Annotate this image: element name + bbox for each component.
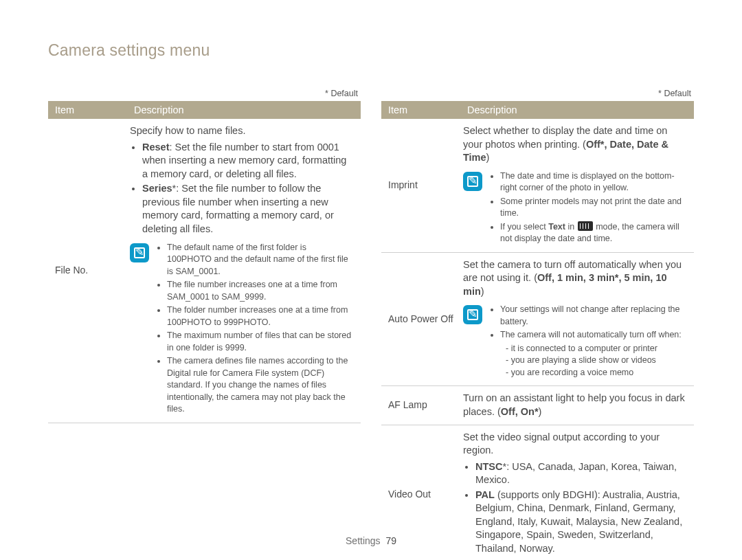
- page: Camera settings menu * Default Item Desc…: [0, 0, 742, 560]
- page-title: Camera settings menu: [48, 41, 694, 60]
- bullet-list: Reset: Set the file number to start from…: [130, 141, 352, 236]
- note-item: Your settings will not change after repl…: [500, 304, 686, 328]
- sub-list: it is connected to a computer or printer…: [500, 343, 686, 379]
- note-icon: [130, 243, 149, 262]
- note-list: Your settings will not change after repl…: [489, 304, 686, 380]
- mode-icon: [578, 221, 593, 231]
- intro-text: Specify how to name files.: [130, 124, 352, 138]
- row-af-lamp: AF Lamp Turn on an assistant light to he…: [381, 386, 694, 425]
- intro-text: ): [486, 152, 490, 163]
- left-column: * Default Item Description File No. Spec…: [48, 89, 361, 560]
- intro-text: ): [481, 286, 484, 297]
- desc-file-no: Specify how to name files. Reset: Set th…: [127, 119, 361, 423]
- desc-af-lamp: Turn on an assistant light to help you f…: [460, 386, 694, 425]
- right-column: * Default Item Description Imprint Selec…: [381, 89, 694, 560]
- item-label-auto-power-off: Auto Power Off: [381, 252, 460, 386]
- intro-text: Turn on an assistant light to help you f…: [463, 392, 685, 417]
- note-item: Some printer models may not print the da…: [500, 196, 686, 220]
- col-header-item: Item: [381, 101, 460, 119]
- default-note-right: * Default: [381, 89, 694, 98]
- footer: Settings 79: [0, 535, 742, 546]
- col-header-description: Description: [127, 101, 361, 119]
- sub-item: you are recording a voice memo: [506, 367, 686, 379]
- note-icon: [463, 172, 482, 191]
- row-file-no: File No. Specify how to name files. Rese…: [48, 119, 361, 423]
- columns: * Default Item Description File No. Spec…: [48, 89, 694, 560]
- note-box: The default name of the first folder is …: [130, 242, 352, 417]
- note-item: The maximum number of files that can be …: [167, 330, 352, 354]
- item-label-imprint: Imprint: [381, 119, 460, 252]
- col-header-item: Item: [48, 101, 127, 119]
- note-item: The file number increases one at a time …: [167, 279, 352, 303]
- note-item: The camera will not automatically turn o…: [500, 329, 686, 379]
- bullet-reset: Reset: Set the file number to start from…: [142, 141, 352, 181]
- footer-section: Settings: [346, 535, 381, 546]
- note-item: The default name of the first folder is …: [167, 242, 352, 278]
- note-item: If you select Text in mode, the camera w…: [500, 221, 686, 245]
- sub-item: it is connected to a computer or printer: [506, 343, 686, 355]
- item-label-af-lamp: AF Lamp: [381, 386, 460, 425]
- default-note-left: * Default: [48, 89, 361, 98]
- desc-imprint: Select whether to display the date and t…: [460, 119, 694, 252]
- note-item: The camera defines file names according …: [167, 355, 352, 416]
- left-table: Item Description File No. Specify how to…: [48, 101, 361, 423]
- footer-page: 79: [385, 535, 396, 546]
- right-table: Item Description Imprint Select whether …: [381, 101, 694, 560]
- bullet-ntsc: NTSC*: USA, Canada, Japan, Korea, Taiwan…: [475, 460, 686, 487]
- note-item: The date and time is displayed on the bo…: [500, 170, 686, 194]
- note-list: The date and time is displayed on the bo…: [489, 170, 686, 247]
- options-text: Off, On*: [501, 406, 539, 417]
- row-auto-power-off: Auto Power Off Set the camera to turn of…: [381, 252, 694, 386]
- note-item: The folder number increases one at a tim…: [167, 304, 352, 328]
- note-box: The date and time is displayed on the bo…: [463, 170, 686, 247]
- note-list: The default name of the first folder is …: [156, 242, 352, 417]
- item-label-file-no: File No.: [48, 119, 127, 423]
- note-icon: [463, 305, 482, 324]
- bullet-series: Series*: Set the file number to follow t…: [142, 182, 352, 236]
- row-imprint: Imprint Select whether to display the da…: [381, 119, 694, 252]
- intro-text: Set the video signal output according to…: [463, 431, 686, 458]
- intro-text: ): [539, 406, 542, 417]
- desc-auto-power-off: Set the camera to turn off automatically…: [460, 252, 694, 386]
- sub-item: you are playing a slide show or videos: [506, 355, 686, 367]
- note-box: Your settings will not change after repl…: [463, 304, 686, 380]
- col-header-description: Description: [460, 101, 694, 119]
